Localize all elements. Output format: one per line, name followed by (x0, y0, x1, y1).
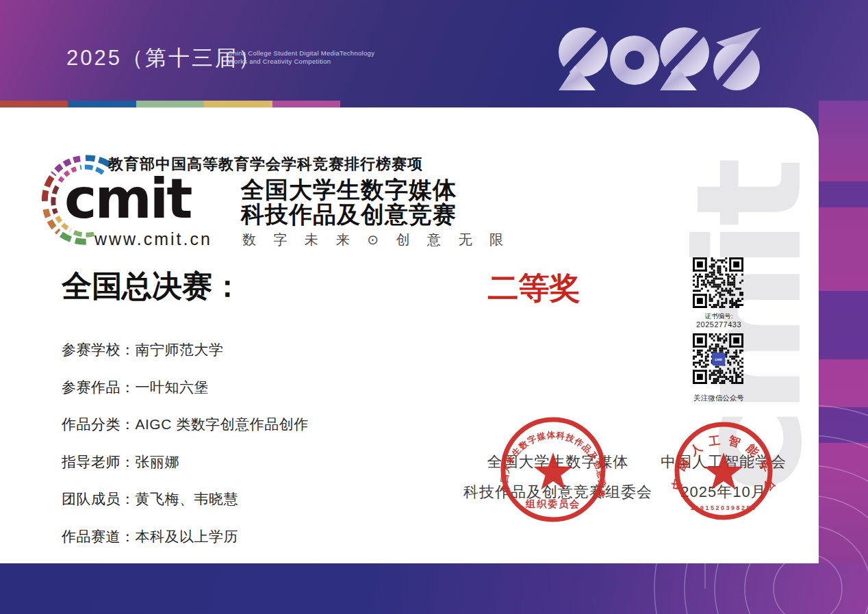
competition-title-line2: 科技作品及创意竞赛 (241, 199, 457, 231)
qr-center-logo: cmit (712, 353, 725, 366)
prize-level: 二等奖 (452, 268, 616, 309)
decor-bottom-band (0, 563, 868, 614)
field-label: 指导老师： (62, 454, 136, 470)
field-value: 张丽娜 (136, 454, 180, 470)
field-value: 南宁师范大学 (136, 342, 224, 357)
entry-field-row: 参赛学校：南宁师范大学 (62, 340, 224, 359)
entry-field-row: 作品赛道：本科及以上学历 (62, 527, 238, 546)
entry-field-row: 参赛作品：一叶知六堡 (62, 378, 209, 397)
field-label: 作品分类： (62, 416, 136, 432)
seal-serial-number: 1191520398256 (690, 504, 756, 511)
certificate-number: 2025277433 (674, 320, 763, 329)
organizing-committee-seal: 全国大学生数字媒体科技作品及创意竞赛 组织委员会 (498, 414, 609, 525)
entry-field-row: 团队成员：黄飞梅、韦晓慧 (62, 489, 238, 509)
finals-section-title: 全国总决赛： (62, 266, 242, 307)
caai-seal: 中国人工智能学会 1191520398256 (672, 419, 776, 523)
field-label: 参赛学校： (62, 342, 136, 357)
field-value: 本科及以上学历 (136, 528, 239, 544)
competition-slogan: 数 字 未 来 ⊙ 创 意 无 限 (242, 231, 510, 249)
entry-field-row: 作品分类：AIGC 类数字创意作品创作 (62, 415, 309, 434)
certificate-qr-code (693, 257, 743, 308)
header-english-line2: Works and Creativity Competition (228, 57, 374, 66)
field-label: 团队成员： (62, 491, 136, 507)
certificate-page: 2025（第十三届） China College Student Digital… (0, 0, 868, 614)
field-value: 一叶知六堡 (136, 379, 209, 395)
logo-2025-wordmark (556, 25, 761, 94)
entry-field-row: 指导老师：张丽娜 (62, 452, 179, 472)
cmit-logo-text: cmit (64, 172, 190, 227)
field-label: 作品赛道： (62, 528, 136, 544)
seal-bottom-text: 组织委员会 (525, 498, 580, 509)
field-value: 黄飞梅、韦晓慧 (136, 491, 239, 507)
header-english-line1: China College Student Digital MediaTechn… (228, 49, 374, 57)
wechat-qr-caption: 关注微信公众号 (674, 394, 763, 403)
header-english-subtitle: China College Student Digital MediaTechn… (228, 49, 374, 66)
certificate-card: cmit 教育部中国高等教育学会学科竞赛排行榜赛项 cmit www.cmit.… (0, 107, 819, 563)
field-label: 参赛作品： (62, 379, 136, 395)
website-url: www.cmit.cn (94, 229, 212, 249)
field-value: AIGC 类数字创意作品创作 (136, 416, 309, 432)
